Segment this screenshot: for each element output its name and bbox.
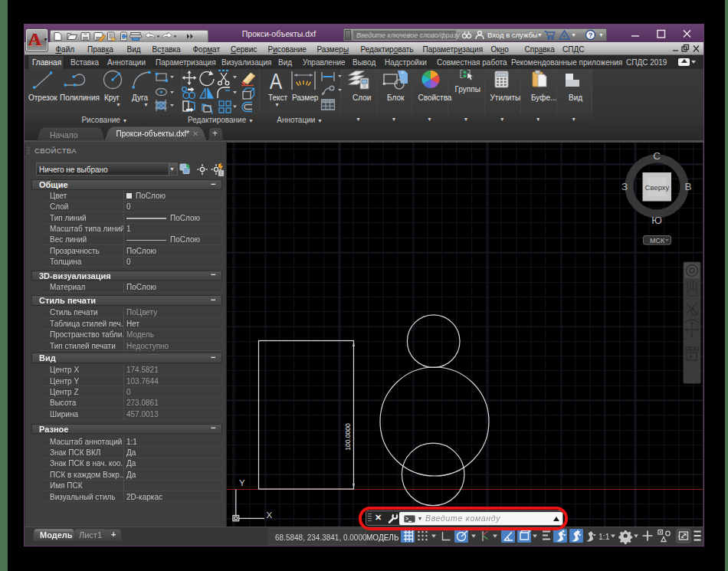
svg-text:З: З: [621, 181, 628, 192]
svg-text:Ю: Ю: [651, 215, 662, 226]
svg-text:X: X: [267, 510, 273, 520]
svg-text:С: С: [653, 150, 661, 162]
svg-text:А: А: [270, 69, 282, 94]
svg-text:?: ?: [589, 31, 593, 39]
svg-text:В: В: [684, 181, 691, 192]
svg-text:Y: Y: [239, 478, 245, 487]
svg-text:МСК: МСК: [650, 237, 665, 244]
svg-text:Сверху: Сверху: [645, 183, 670, 192]
svg-text:1:1: 1:1: [598, 532, 610, 541]
svg-text:100.0000: 100.0000: [344, 423, 352, 451]
